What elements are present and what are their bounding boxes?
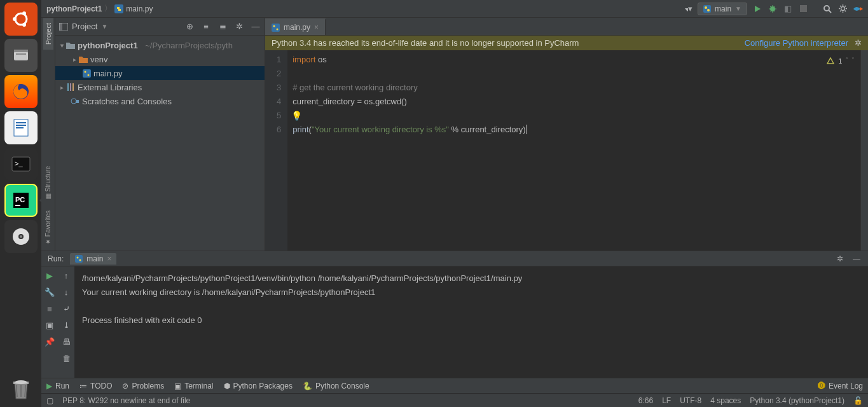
banner-settings-icon[interactable]: ✲: [855, 38, 862, 48]
print-icon[interactable]: 🖶: [61, 336, 71, 347]
launcher-writer[interactable]: [4, 111, 38, 144]
favorites-tool-button[interactable]: ★ Favorites: [45, 205, 52, 251]
svg-point-42: [277, 28, 279, 30]
svg-rect-10: [16, 125, 26, 126]
hide-run-icon[interactable]: —: [851, 254, 862, 264]
svg-point-29: [841, 7, 844, 11]
ide-window: pythonProject1 〉 main.py ▾ main ▼ ◧ Proj…: [41, 0, 868, 407]
close-run-tab-icon[interactable]: ×: [107, 254, 111, 263]
svg-point-34: [87, 74, 89, 76]
up-trace-icon[interactable]: ↑: [61, 270, 71, 280]
stop-icon[interactable]: ■: [45, 303, 55, 314]
terminal-tool-button[interactable]: ▣Terminal: [174, 382, 213, 390]
event-log-button[interactable]: ⓿Event Log: [818, 382, 863, 390]
venv-node[interactable]: ▸ venv: [55, 52, 265, 66]
svg-text:>_: >_: [15, 160, 23, 167]
configure-interpreter-link[interactable]: Configure Python interpreter: [745, 38, 848, 48]
svg-rect-32: [83, 69, 91, 78]
run-tab-main[interactable]: main ×: [70, 253, 116, 265]
clear-icon[interactable]: 🗑: [61, 353, 71, 363]
main-py-node[interactable]: main.py: [55, 66, 265, 80]
breadcrumb-project[interactable]: pythonProject1: [46, 4, 102, 13]
launcher-pycharm[interactable]: PC: [4, 184, 38, 217]
scratches-icon: [71, 97, 79, 106]
svg-rect-35: [67, 83, 69, 91]
editor-error-stripe[interactable]: [860, 50, 868, 251]
down-trace-icon[interactable]: ↓: [61, 287, 71, 297]
stop-button[interactable]: [798, 4, 808, 14]
select-opened-file-icon[interactable]: ⊕: [184, 22, 195, 32]
launcher-files[interactable]: [4, 39, 38, 72]
run-settings-icon[interactable]: ✲: [835, 254, 845, 264]
panel-settings-icon[interactable]: ✲: [234, 22, 244, 32]
status-encoding[interactable]: UTF-8: [680, 396, 701, 405]
python-console-tool-button[interactable]: 🐍Python Console: [303, 382, 369, 390]
python-packages-tool-button[interactable]: ⬢Python Packages: [224, 382, 293, 390]
scratches-node[interactable]: Scratches and Consoles: [55, 94, 265, 108]
project-root-node[interactable]: ▾ pythonProject1 ~/PycharmProjects/pyth: [55, 38, 265, 52]
launcher-terminal[interactable]: >_: [4, 148, 38, 181]
run-configuration-selector[interactable]: main ▼: [698, 3, 747, 15]
svg-point-24: [705, 6, 707, 9]
expand-all-icon[interactable]: ≡: [201, 22, 211, 32]
modify-run-icon[interactable]: 🔧: [45, 287, 55, 297]
collapse-all-icon[interactable]: ≣: [217, 22, 228, 32]
intention-bulb-icon[interactable]: 💡: [291, 109, 302, 123]
status-indent[interactable]: 4 spaces: [710, 396, 741, 405]
status-lock-icon[interactable]: 🔓: [853, 396, 863, 405]
launcher-ubuntu[interactable]: [4, 3, 38, 36]
run-coverage-icon[interactable]: ◧: [783, 4, 793, 14]
breadcrumb[interactable]: pythonProject1 〉 main.py: [46, 3, 153, 14]
python-file-icon: [75, 255, 83, 263]
breadcrumb-file[interactable]: main.py: [126, 4, 153, 13]
pin-icon[interactable]: 📌: [45, 336, 55, 347]
python-file-icon: [82, 69, 91, 78]
scroll-end-icon[interactable]: ⤓: [61, 320, 71, 330]
banner-message: Python 3.4 has reached its end-of-life d…: [272, 38, 579, 48]
launcher-firefox[interactable]: [4, 75, 38, 108]
launcher-trash[interactable]: [4, 372, 38, 405]
svg-point-25: [707, 9, 710, 11]
svg-rect-27: [800, 5, 807, 12]
svg-point-33: [84, 71, 86, 72]
run-button[interactable]: [752, 4, 762, 14]
close-tab-icon[interactable]: ×: [314, 23, 319, 32]
add-config-icon[interactable]: ▾: [682, 4, 692, 14]
structure-tool-button[interactable]: ▦ Structure: [45, 161, 52, 205]
status-tool-windows-icon[interactable]: ▢: [46, 396, 53, 405]
svg-rect-23: [703, 5, 711, 13]
line-number-gutter: 1 2 3 4 5 6: [265, 50, 287, 251]
external-libraries-node[interactable]: ▸ External Libraries: [55, 80, 265, 94]
inspection-widget[interactable]: 1 ˆˇ: [827, 54, 854, 68]
ide-fish-icon[interactable]: [853, 4, 863, 14]
soft-wrap-icon[interactable]: ⤶: [61, 303, 71, 314]
debug-button[interactable]: [768, 4, 778, 14]
svg-point-21: [15, 380, 27, 384]
status-line-separator[interactable]: LF: [662, 396, 671, 405]
settings-icon[interactable]: [837, 4, 848, 14]
status-caret-position[interactable]: 6:66: [638, 396, 653, 405]
svg-rect-4: [14, 52, 28, 60]
editor-tab-main-py[interactable]: main.py ×: [265, 18, 326, 35]
problems-tool-button[interactable]: ⊘Problems: [122, 382, 164, 390]
svg-point-41: [273, 25, 275, 27]
project-tool-button[interactable]: Project: [43, 18, 53, 50]
launcher-disc[interactable]: [4, 220, 38, 253]
todo-tool-button[interactable]: ≔TODO: [79, 382, 112, 390]
code-editor[interactable]: 1 2 3 4 5 6 1 ˆˇ import os # get the cur…: [265, 50, 868, 251]
status-interpreter[interactable]: Python 3.4 (pythonProject1): [750, 396, 844, 405]
layout-icon[interactable]: ▣: [45, 320, 55, 330]
project-panel-title[interactable]: Project ▼: [59, 22, 107, 31]
libraries-icon: [66, 83, 75, 92]
rerun-icon[interactable]: ▶: [45, 270, 55, 280]
svg-rect-36: [70, 83, 71, 91]
hide-panel-icon[interactable]: —: [251, 22, 261, 32]
search-everywhere-icon[interactable]: [822, 4, 832, 14]
run-tool-button[interactable]: ▶Run: [46, 382, 69, 390]
unity-launcher: >_ PC: [0, 0, 41, 407]
project-tree[interactable]: ▾ pythonProject1 ~/PycharmProjects/pyth …: [55, 36, 265, 111]
svg-rect-11: [16, 127, 24, 128]
run-toolbar-primary: ▶ 🔧 ■ ▣ 📌: [41, 266, 58, 378]
console-output[interactable]: /home/kalyani/PycharmProjects/pythonProj…: [74, 266, 868, 378]
navigation-bar: pythonProject1 〉 main.py ▾ main ▼ ◧: [41, 0, 868, 18]
